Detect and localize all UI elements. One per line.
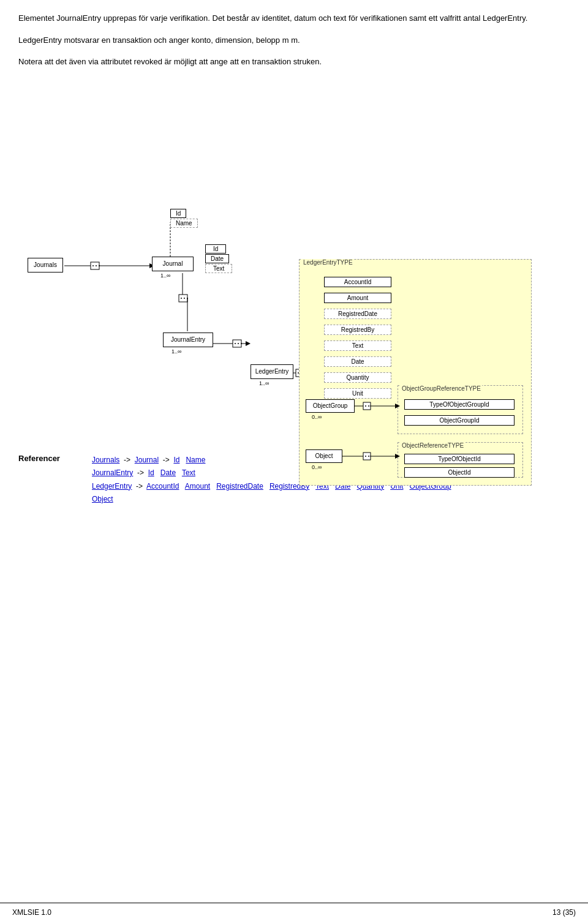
field-quantity: Quantity bbox=[324, 372, 391, 383]
field-text: Text bbox=[324, 340, 391, 351]
ledgerentry-multiplicity: 1..∞ bbox=[259, 380, 269, 386]
ref-object-link[interactable]: Object bbox=[92, 495, 113, 503]
field-typeofobjectid: TypeOfObjectId bbox=[404, 454, 514, 464]
objectgroup-label: ObjectGroup bbox=[313, 402, 348, 409]
journalentry-multiplicity: 1..∞ bbox=[172, 348, 181, 355]
ledgerentry-node: LedgerEntry bbox=[251, 364, 293, 379]
field-typeofobjectgroupid: TypeOfObjectGroupId bbox=[404, 399, 514, 410]
ledgerentry-label: LedgerEntry bbox=[255, 368, 288, 375]
je-date-field: Date bbox=[205, 254, 229, 263]
field-objectid: ObjectId bbox=[404, 467, 514, 478]
ref-accountid-link[interactable]: AccountId bbox=[146, 482, 179, 491]
field-registredby: RegistredBy bbox=[324, 325, 391, 335]
svg-marker-23 bbox=[246, 341, 251, 346]
je-id-field: Id bbox=[205, 244, 226, 254]
journalentry-node: JournalEntry bbox=[163, 333, 213, 347]
intro-paragraph-1: Elementet JournalEntry upprepas för varj… bbox=[18, 12, 570, 24]
objectref-label: ObjectReferenceTYPE bbox=[401, 442, 465, 449]
journal-multiplicity: 1..∞ bbox=[160, 273, 170, 279]
object-node: Object bbox=[306, 449, 342, 463]
journals-node: Journals bbox=[28, 258, 63, 273]
field-unit: Unit bbox=[324, 388, 391, 399]
intro-paragraph-2: LedgerEntry motsvarar en transaktion och… bbox=[18, 34, 570, 47]
references-label: Referencer bbox=[18, 454, 80, 506]
objectgroup-node: ObjectGroup bbox=[306, 399, 355, 413]
ref-amount-link[interactable]: Amount bbox=[185, 482, 210, 491]
field-accountid: AccountId bbox=[324, 277, 391, 287]
ref-date1-link[interactable]: Date bbox=[160, 468, 176, 477]
svg-rect-40 bbox=[363, 402, 371, 410]
journal-node: Journal bbox=[152, 257, 194, 271]
journals-label: Journals bbox=[34, 261, 57, 268]
field-registreddate: RegistredDate bbox=[324, 309, 391, 319]
objectref-container: ObjectReferenceTYPE TypeOfObjectId Objec… bbox=[398, 442, 523, 478]
object-multiplicity: 0..∞ bbox=[312, 464, 322, 470]
intro-paragraph-3: Notera att det även via attributet revok… bbox=[18, 56, 570, 68]
ref-ledgerentry-link[interactable]: LedgerEntry bbox=[92, 482, 132, 491]
page-content: Elementet JournalEntry upprepas för varj… bbox=[0, 0, 588, 543]
ref-id1-link[interactable]: Id bbox=[173, 456, 179, 464]
objectgroup-multiplicity: 0..∞ bbox=[312, 414, 322, 420]
page-footer: XMLSIE 1.0 13 (35) bbox=[0, 903, 588, 921]
je-text-field: Text bbox=[205, 264, 232, 273]
svg-rect-46 bbox=[363, 453, 371, 460]
field-date: Date bbox=[324, 356, 391, 367]
object-label: Object bbox=[315, 453, 333, 459]
ledgerentry-type-label: LedgerEntryTYPE bbox=[302, 259, 354, 266]
footer-version: XMLSIE 1.0 bbox=[12, 908, 51, 917]
objectgroupref-label: ObjectGroupReferenceTYPE bbox=[401, 385, 482, 392]
journal-id-field: Id bbox=[170, 209, 186, 218]
objectgroupref-container: ObjectGroupReferenceTYPE TypeOfObjectGro… bbox=[398, 385, 523, 434]
field-objectgroupid: ObjectGroupId bbox=[404, 415, 514, 426]
svg-rect-1 bbox=[91, 262, 99, 269]
ref-registreddate-link[interactable]: RegistredDate bbox=[216, 482, 263, 491]
ref-name-link[interactable]: Name bbox=[186, 456, 205, 464]
ref-journalentry-link[interactable]: JournalEntry bbox=[92, 468, 133, 477]
journal-label: Journal bbox=[163, 260, 183, 267]
svg-rect-18 bbox=[233, 340, 241, 347]
ref-id2-link[interactable]: Id bbox=[148, 468, 154, 477]
ref-text1-link[interactable]: Text bbox=[182, 468, 195, 477]
field-amount: Amount bbox=[324, 293, 391, 303]
footer-page: 13 (35) bbox=[552, 908, 576, 917]
ledgerentry-type-container: LedgerEntryTYPE AccountId Amount Registr… bbox=[299, 259, 532, 486]
journalentry-label: JournalEntry bbox=[171, 336, 205, 343]
svg-rect-10 bbox=[179, 295, 187, 302]
journal-name-field: Name bbox=[170, 219, 198, 228]
ref-journal-link[interactable]: Journal bbox=[135, 456, 159, 464]
ref-journals-link[interactable]: Journals bbox=[92, 456, 119, 464]
uml-diagram: Journals Id Name Journal 1..∞ Id Date Te… bbox=[18, 80, 570, 435]
